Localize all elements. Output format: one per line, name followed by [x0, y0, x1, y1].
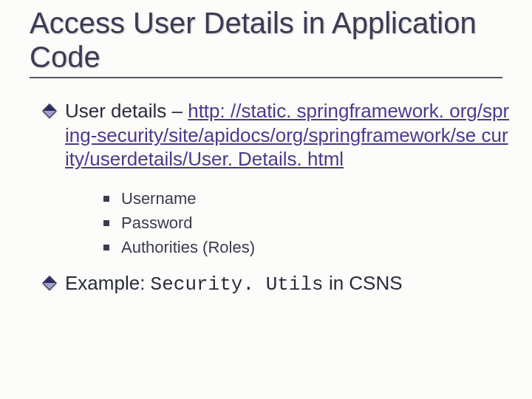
sub-bullet-username: Username — [103, 186, 510, 211]
bullet-list-level2: Username Password Authorities (Roles) — [65, 186, 510, 259]
square-bullet-icon — [103, 196, 109, 202]
diamond-bullet-icon — [42, 103, 57, 118]
square-bullet-icon — [103, 220, 109, 226]
bullet-list-level1: User details – http: //static. springfra… — [44, 99, 510, 296]
sub-bullet-label: Username — [121, 189, 196, 208]
sub-bullet-password: Password — [103, 211, 510, 235]
example-prefix: Example: — [65, 272, 151, 294]
bullet-text-prefix: User details – — [65, 100, 188, 122]
example-code: Security. Utils — [151, 273, 324, 296]
diamond-bullet-icon — [42, 276, 57, 290]
bullet-example: Example: Security. Utils in CSNS — [44, 271, 510, 297]
sub-bullet-label: Password — [121, 214, 193, 232]
sub-bullet-label: Authorities (Roles) — [121, 238, 255, 256]
slide-body: User details – http: //static. springfra… — [30, 99, 510, 296]
bullet-user-details: User details – http: //static. springfra… — [44, 99, 510, 259]
example-suffix: in CSNS — [324, 272, 403, 294]
sub-bullet-authorities: Authorities (Roles) — [103, 235, 510, 259]
slide-title: Access User Details in Application Code — [30, 6, 510, 74]
square-bullet-icon — [103, 245, 109, 250]
title-underline — [30, 77, 502, 78]
slide: Access User Details in Application Code … — [0, 0, 532, 399]
